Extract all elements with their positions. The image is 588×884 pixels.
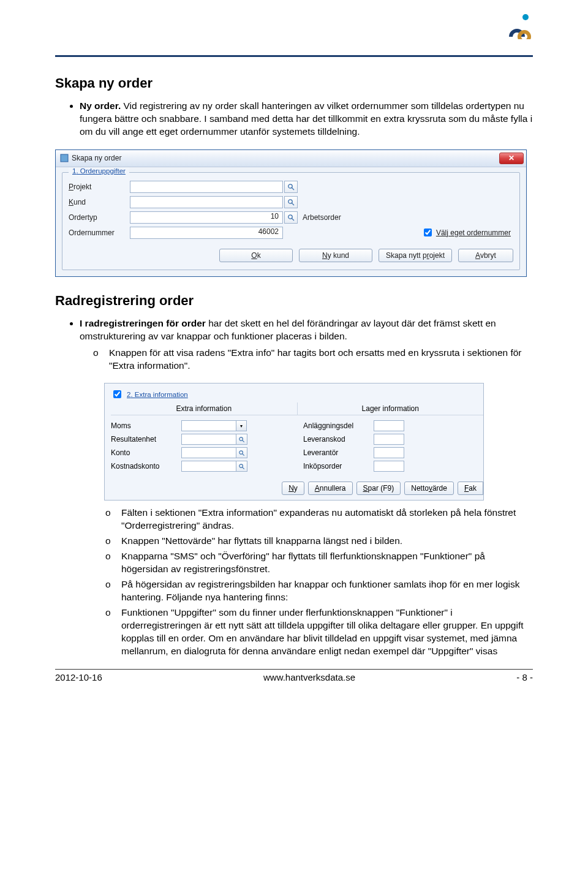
konto-lookup-button[interactable] (236, 447, 247, 458)
svg-line-9 (243, 440, 244, 442)
search-icon (287, 183, 295, 191)
ordertyp-input[interactable]: 10 (130, 211, 283, 224)
ordernummer-input[interactable]: 46002 (130, 227, 283, 239)
kostnadskonto-lookup-button[interactable] (236, 461, 247, 472)
svg-line-13 (243, 467, 244, 469)
dialog-skapa-ny-order: Skapa ny order ✕ 1. Orderuppgifter Proje… (55, 149, 527, 277)
footer-page-number: - 8 - (516, 672, 533, 682)
app-icon (59, 153, 69, 163)
anlaggningsdel-input[interactable] (374, 420, 404, 431)
svg-point-2 (288, 184, 292, 188)
sub-bullet-expand: Fälten i sektionen "Extra information" e… (105, 507, 533, 532)
sub-bullet-sms-overforing: Knapparna "SMS" och "Överföring" har fly… (105, 550, 533, 576)
svg-point-6 (288, 215, 292, 219)
page-footer: 2012-10-16 www.hantverksdata.se - 8 - (55, 671, 533, 689)
footer-divider (55, 669, 533, 670)
leveranskod-input[interactable] (374, 434, 404, 445)
kund-input[interactable] (130, 196, 283, 208)
ok-button[interactable]: Ok (219, 249, 293, 262)
tab-orderuppgifter[interactable]: 1. Orderuppgifter (69, 167, 129, 175)
sub-bullet-hogersidan: På högersidan av registreringsbilden har… (105, 578, 533, 604)
spar-button[interactable]: Spar (F9) (356, 482, 401, 495)
label-kund: Kund (69, 198, 130, 206)
sub-bullet-nettovarde: Knappen "Nettovärde" har flyttats till k… (105, 535, 533, 548)
header-lager-information: Lager information (298, 402, 484, 415)
ordertyp-after-label: Arbetsorder (303, 213, 341, 222)
nettovarde-button[interactable]: Nettovärde (404, 482, 454, 495)
inkopsorder-input[interactable] (374, 461, 404, 472)
svg-line-3 (292, 187, 294, 189)
sub-bullet-extra-info-knapp: Knappen för att visa radens "Extra info"… (93, 347, 533, 372)
label-leveranskod: Leveranskod (303, 435, 374, 444)
label-kostnadskonto: Kostnadskonto (111, 462, 181, 470)
svg-line-7 (292, 218, 294, 220)
svg-rect-1 (61, 154, 68, 162)
svg-line-5 (292, 203, 294, 205)
fak-button[interactable]: Fak (458, 482, 483, 495)
close-icon: ✕ (508, 154, 514, 162)
chevron-down-icon: ▾ (240, 423, 243, 429)
brand-logo (506, 12, 533, 42)
valj-eget-ordernummer-label[interactable]: Välj eget ordernummer (436, 229, 511, 237)
label-inkopsorder: Inköpsorder (303, 462, 374, 470)
search-icon (238, 436, 245, 443)
annullera-button[interactable]: Annullera (308, 482, 353, 495)
window-title: Skapa ny order (72, 154, 499, 162)
label-leverantor: Leverantör (303, 448, 374, 457)
svg-point-10 (239, 451, 243, 455)
label-anlaggningsdel: Anläggningsdel (303, 421, 374, 430)
moms-dropdown-button[interactable]: ▾ (236, 420, 247, 431)
search-icon (238, 463, 245, 470)
projekt-lookup-button[interactable] (284, 181, 298, 193)
panel-extra-information: 2. Extra information Extra information L… (104, 383, 484, 501)
search-icon (238, 450, 245, 456)
svg-line-11 (243, 454, 244, 456)
section-heading-radregistrering: Radregistrering order (55, 293, 533, 309)
skapa-nytt-projekt-button[interactable]: Skapa nytt projekt (379, 249, 452, 262)
valj-eget-ordernummer-checkbox[interactable] (424, 229, 432, 236)
svg-point-8 (239, 437, 243, 441)
leverantor-input[interactable] (374, 447, 404, 458)
projekt-input[interactable] (130, 181, 283, 193)
konto-input[interactable] (181, 447, 236, 458)
label-moms: Moms (111, 421, 181, 430)
bullet-ny-order: Ny order. Vid registrering av ny order s… (80, 100, 533, 138)
header-divider (55, 55, 533, 57)
label-ordernummer: Ordernummer (69, 229, 130, 237)
sub-bullet-uppgifter: Funktionen "Uppgifter" som du finner und… (105, 606, 533, 658)
footer-date: 2012-10-16 (55, 672, 102, 682)
resultatenhet-input[interactable] (181, 434, 236, 445)
ny-kund-button[interactable]: Ny kund (299, 249, 372, 262)
bullet-radregistrering: I radregistreringen för order har det sk… (80, 317, 533, 372)
svg-point-4 (288, 200, 292, 203)
moms-input[interactable] (181, 420, 236, 431)
resultatenhet-lookup-button[interactable] (236, 434, 247, 445)
label-ordertyp: Ordertyp (69, 213, 130, 222)
header-extra-information: Extra information (111, 402, 298, 415)
svg-point-0 (522, 14, 529, 20)
svg-point-12 (239, 464, 243, 468)
avbryt-button[interactable]: Avbryt (458, 249, 513, 262)
tab-extra-information[interactable]: 2. Extra information (127, 391, 188, 398)
extra-information-toggle-checkbox[interactable] (113, 390, 121, 398)
search-icon (287, 198, 295, 206)
window-titlebar[interactable]: Skapa ny order ✕ (56, 150, 526, 167)
section-heading-skapa: Skapa ny order (55, 75, 533, 91)
kostnadskonto-input[interactable] (181, 461, 236, 472)
ordertyp-lookup-button[interactable] (284, 211, 298, 224)
footer-url: www.hantverksdata.se (263, 672, 355, 682)
label-konto: Konto (111, 448, 181, 457)
close-button[interactable]: ✕ (499, 153, 524, 164)
label-projekt: Projekt (69, 183, 130, 191)
kund-lookup-button[interactable] (284, 196, 298, 208)
label-resultatenhet: Resultatenhet (111, 435, 181, 444)
ny-button[interactable]: Ny (282, 482, 304, 495)
search-icon (287, 214, 295, 221)
